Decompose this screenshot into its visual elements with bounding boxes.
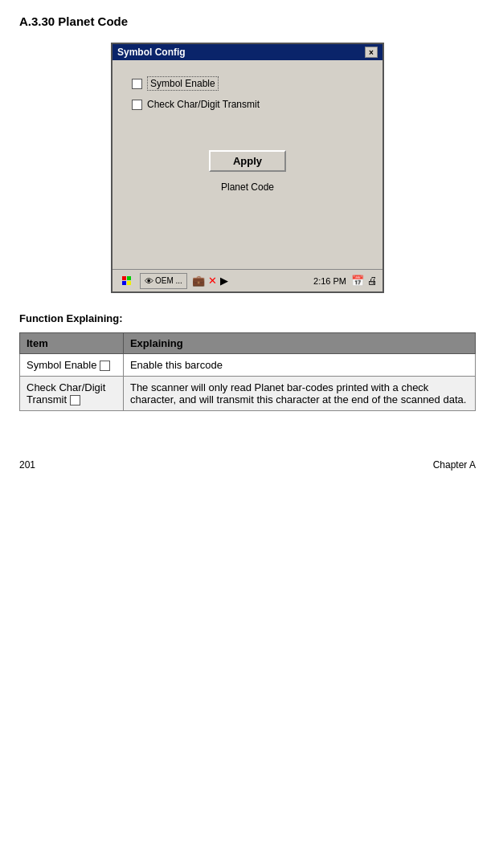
oem-icon: 👁	[145, 276, 153, 286]
apply-btn-row: Apply	[132, 150, 363, 172]
chapter-label: Chapter A	[433, 459, 476, 471]
check-char-checkbox[interactable]	[132, 100, 142, 110]
item-text: Check Char/Digit Transmit	[27, 381, 105, 405]
symbol-enable-label: Symbol Enable	[147, 76, 219, 91]
explain-table: Item Explaining Symbol EnableEnable this…	[19, 332, 476, 411]
table-row: Check Char/Digit TransmitThe scanner wil…	[20, 377, 476, 411]
page-title: A.3.30 Planet Code	[19, 14, 476, 28]
check-char-row: Check Char/Digit Transmit	[132, 99, 260, 110]
table-cell-explaining: Enable this barcode	[123, 354, 475, 377]
item-checkbox[interactable]	[70, 395, 80, 405]
symbol-enable-checkbox[interactable]	[132, 79, 142, 89]
dialog-title: Symbol Config	[117, 47, 186, 58]
suitcase-icon[interactable]: 💼	[192, 275, 205, 287]
dialog-wrapper: Symbol Config × Symbol Enable Check Char…	[19, 43, 476, 293]
oem-button[interactable]: 👁 OEM ...	[140, 273, 187, 289]
calendar-icon[interactable]: 📅	[351, 275, 364, 287]
table-row: Symbol EnableEnable this barcode	[20, 354, 476, 377]
windows-logo-icon	[122, 276, 131, 285]
taskbar: 👁 OEM ... 💼 ✕ ▶ 2:16 PM 📅 🖨	[112, 269, 382, 291]
dialog-titlebar: Symbol Config ×	[112, 44, 382, 60]
table-cell-explaining: The scanner will only read Planet bar-co…	[123, 377, 475, 411]
start-button[interactable]	[117, 273, 135, 289]
printer-icon[interactable]: 🖨	[367, 275, 378, 287]
col-explaining-header: Explaining	[123, 333, 475, 354]
oem-label: OEM ...	[155, 276, 182, 285]
item-text: Symbol Enable	[27, 359, 96, 371]
col-item-header: Item	[20, 333, 124, 354]
table-cell-item: Check Char/Digit Transmit	[20, 377, 124, 411]
arrow-icon: ▶	[220, 275, 228, 287]
symbol-config-dialog: Symbol Config × Symbol Enable Check Char…	[111, 43, 384, 293]
check-char-label: Check Char/Digit Transmit	[147, 99, 260, 110]
taskbar-time: 2:16 PM	[313, 276, 346, 286]
item-checkbox[interactable]	[100, 361, 110, 371]
dialog-close-button[interactable]: ×	[365, 47, 378, 58]
table-cell-item: Symbol Enable	[20, 354, 124, 377]
cross-icon[interactable]: ✕	[208, 275, 217, 287]
taskbar-right-icons: 📅 🖨	[351, 275, 378, 287]
dialog-footer-label: Planet Code	[132, 181, 363, 193]
taskbar-icons: 💼 ✕ ▶	[192, 275, 228, 287]
dialog-body: Symbol Enable Check Char/Digit Transmit …	[112, 60, 382, 269]
footer-bar: 201 Chapter A	[19, 459, 476, 471]
page-number: 201	[19, 459, 35, 471]
section-title: Function Explaining:	[19, 312, 476, 324]
apply-button[interactable]: Apply	[209, 150, 286, 172]
symbol-enable-row: Symbol Enable	[132, 76, 219, 91]
